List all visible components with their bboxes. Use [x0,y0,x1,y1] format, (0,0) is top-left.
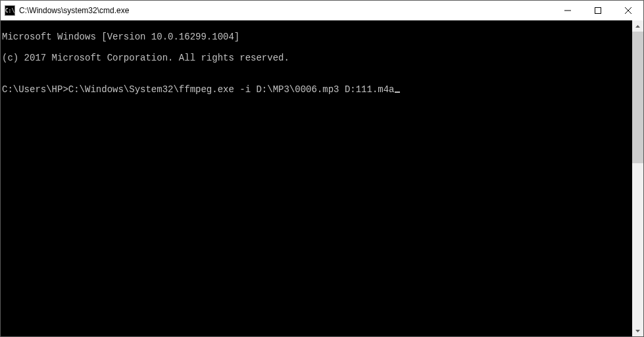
close-button[interactable] [613,1,643,20]
svg-rect-1 [595,8,601,14]
minimize-button[interactable] [553,1,583,20]
client-area: Microsoft Windows [Version 10.0.16299.10… [1,20,643,336]
console-output[interactable]: Microsoft Windows [Version 10.0.16299.10… [1,20,632,336]
minimize-icon [564,7,571,14]
scroll-track[interactable] [632,32,643,325]
console-line: (c) 2017 Microsoft Corporation. All righ… [2,53,632,63]
svg-marker-5 [635,330,640,332]
titlebar[interactable]: C:\ C:\Windows\system32\cmd.exe [1,1,643,20]
window-controls [553,1,643,20]
close-icon [625,7,632,14]
cmd-window: C:\ C:\Windows\system32\cmd.exe Microsof… [0,0,644,337]
console-prompt-line: C:\Users\HP>C:\Windows\System32\ffmpeg.e… [2,84,632,95]
console-line: Microsoft Windows [Version 10.0.16299.10… [2,32,632,42]
svg-marker-4 [635,25,640,28]
text-cursor [395,91,400,93]
vertical-scrollbar[interactable] [632,20,643,336]
app-icon: C:\ [5,5,15,16]
maximize-icon [595,7,601,14]
window-title: C:\Windows\system32\cmd.exe [19,6,553,15]
scroll-up-button[interactable] [632,20,643,32]
chevron-up-icon [635,25,640,28]
chevron-down-icon [635,330,640,332]
scroll-down-button[interactable] [632,325,643,336]
scroll-thumb[interactable] [632,32,643,163]
maximize-button[interactable] [583,1,613,20]
